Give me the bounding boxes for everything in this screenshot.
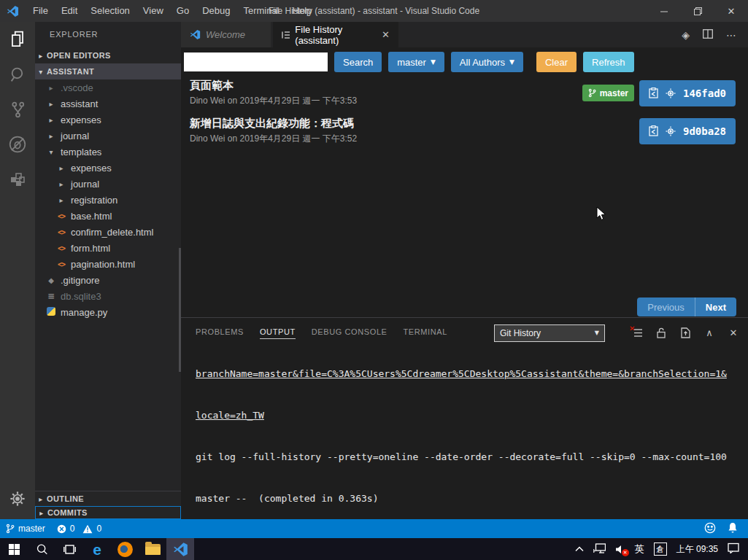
menu-go[interactable]: Go (170, 0, 196, 22)
commit-row[interactable]: 新增日誌與支出紀錄功能：程式碼 Dino Wei on 2019年4月29日 週… (190, 117, 736, 145)
git-history-icon[interactable]: ◈ (682, 29, 690, 41)
next-button[interactable]: Next (695, 298, 736, 316)
close-icon[interactable]: ✕ (382, 29, 390, 40)
commit-subject: 頁面範本 (190, 79, 357, 93)
menu-debug[interactable]: Debug (196, 0, 236, 22)
feedback-smiley-icon[interactable] (704, 522, 716, 536)
system-tray: ✕ 英 倉 上午 09:35 (575, 538, 748, 560)
debug-icon[interactable] (0, 127, 35, 162)
section-open-editors[interactable]: ▸ OPEN EDITORS (35, 47, 181, 63)
tree-item-pagination-html[interactable]: <>pagination.html (35, 256, 181, 272)
git-history-view: Search master▼ All Authors▼ Clear Refres… (181, 47, 748, 317)
tree-item-gitignore[interactable]: ◆.gitignore (35, 272, 181, 288)
vscode-taskbar-icon[interactable] (166, 538, 194, 560)
task-view-icon[interactable] (55, 538, 83, 560)
clock[interactable]: 上午 09:35 (676, 543, 718, 556)
clear-button[interactable]: Clear (536, 52, 577, 72)
menu-file[interactable]: File (26, 0, 55, 22)
view-details-icon (666, 126, 676, 136)
restore-button[interactable] (681, 0, 714, 22)
branch-status[interactable]: master (0, 519, 51, 538)
tree-item-db-sqlite3[interactable]: ≡db.sqlite3 (35, 288, 181, 304)
branch-icon (588, 88, 596, 98)
menu-edit[interactable]: Edit (55, 0, 84, 22)
ime-mode-indicator[interactable]: 倉 (654, 542, 667, 556)
database-icon: ≡ (45, 291, 57, 301)
tree-item-templates-expenses[interactable]: ▸expenses (35, 160, 181, 176)
search-input[interactable] (184, 52, 328, 71)
split-editor-icon[interactable] (703, 28, 713, 42)
tree-item-base-html[interactable]: <>base.html (35, 208, 181, 224)
tree-item-journal[interactable]: ▸journal (35, 128, 181, 144)
tree-item-assistant-folder[interactable]: ▸assistant (35, 96, 181, 112)
network-icon[interactable] (593, 543, 606, 556)
tree-item-vscode[interactable]: ▸.vscode (35, 79, 181, 96)
tree-item-templates[interactable]: ▾templates (35, 144, 181, 160)
sidebar-bottom-sections: ▸ OUTLINE ▸ COMMITS (35, 491, 181, 519)
settings-gear-icon[interactable] (0, 484, 35, 513)
close-panel-icon[interactable]: ✕ (728, 327, 739, 339)
branch-dropdown[interactable]: master▼ (388, 52, 444, 72)
tree-item-registration[interactable]: ▸registration (35, 192, 181, 208)
edge-icon[interactable]: e (83, 538, 111, 560)
taskbar-search-icon[interactable] (28, 538, 55, 560)
firefox-icon[interactable] (111, 538, 139, 560)
tree-item-templates-journal[interactable]: ▸journal (35, 176, 181, 192)
commit-list: 頁面範本 Dino Wei on 2019年4月29日 週一 下午3:53 ma… (181, 79, 748, 145)
file-explorer-icon[interactable] (139, 538, 166, 560)
extensions-icon[interactable] (0, 162, 35, 197)
source-control-icon[interactable] (0, 92, 35, 127)
authors-dropdown[interactable]: All Authors▼ (451, 52, 523, 72)
section-commits[interactable]: ▸ COMMITS (35, 506, 181, 519)
commit-row[interactable]: 頁面範本 Dino Wei on 2019年4月29日 週一 下午3:53 ma… (190, 79, 736, 107)
notifications-bell-icon[interactable] (728, 522, 738, 536)
search-icon[interactable] (0, 57, 35, 92)
open-log-file-icon[interactable] (679, 327, 691, 339)
panel-tab-output[interactable]: OUTPUT (260, 327, 296, 339)
tree-item-confirm-delete-html[interactable]: <>confirm_delete.html (35, 224, 181, 240)
previous-button[interactable]: Previous (637, 298, 695, 316)
menu-selection[interactable]: Selection (84, 0, 136, 22)
gitignore-icon: ◆ (45, 276, 57, 284)
html-icon: <> (55, 212, 67, 220)
panel-tab-terminal[interactable]: TERMINAL (404, 327, 447, 338)
commit-hash-button[interactable]: 146fad0 (639, 80, 736, 106)
close-button[interactable]: ✕ (714, 0, 748, 22)
panel-tab-debug-console[interactable]: DEBUG CONSOLE (312, 327, 388, 338)
unlock-scroll-icon[interactable] (655, 327, 667, 339)
clear-output-icon[interactable]: ✕ (631, 327, 643, 339)
more-actions-icon[interactable]: ⋯ (726, 29, 736, 41)
maximize-panel-icon[interactable]: ∧ (703, 327, 715, 339)
chevron-right-icon: ▸ (45, 132, 57, 140)
output-console[interactable]: branchName=master&file=C%3A%5CUsers%5Cdr… (181, 345, 748, 519)
history-list-icon (282, 31, 290, 39)
menu-view[interactable]: View (136, 0, 170, 22)
output-line: master -- (completed in 0.363s) (196, 491, 748, 505)
refresh-button[interactable]: Refresh (583, 52, 634, 72)
tab-file-history[interactable]: File History (assistant) ✕ (273, 22, 398, 47)
caret-down-icon: ▼ (595, 330, 599, 336)
start-button[interactable] (0, 538, 28, 560)
ime-language-indicator[interactable]: 英 (635, 542, 644, 556)
panel-header: PROBLEMS OUTPUT DEBUG CONSOLE TERMINAL G… (181, 318, 748, 345)
sidebar-scrollbar[interactable] (179, 248, 181, 372)
commit-hash-button[interactable]: 9d0ba28 (639, 118, 736, 144)
minimize-button[interactable] (647, 0, 681, 22)
branch-icon (6, 524, 15, 534)
section-outline[interactable]: ▸ OUTLINE (35, 491, 181, 506)
tree-item-form-html[interactable]: <>form.html (35, 240, 181, 256)
problems-status[interactable]: 0 0 (51, 519, 107, 538)
commit-meta: Dino Wei on 2019年4月29日 週一 下午3:52 (190, 133, 357, 145)
output-channel-select[interactable]: Git History ▼ (494, 324, 605, 342)
action-center-icon[interactable] (728, 542, 739, 556)
panel-tab-problems[interactable]: PROBLEMS (196, 327, 244, 338)
tree-item-expenses[interactable]: ▸expenses (35, 112, 181, 128)
search-button[interactable]: Search (334, 52, 382, 72)
volume-muted-icon[interactable]: ✕ (615, 545, 625, 554)
tree-item-manage-py[interactable]: manage.py (35, 304, 181, 320)
section-assistant[interactable]: ▾ ASSISTANT (35, 63, 181, 79)
tab-welcome[interactable]: Welcome (181, 22, 271, 47)
copy-hash-icon (649, 88, 658, 98)
explorer-icon[interactable] (0, 22, 35, 57)
tray-expand-icon[interactable] (575, 544, 584, 554)
